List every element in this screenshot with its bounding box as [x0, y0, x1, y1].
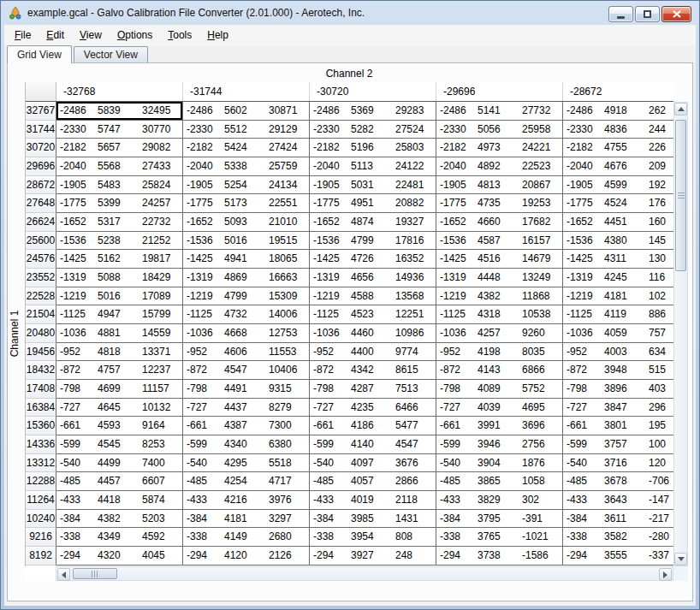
grid-cell[interactable]: -43344185874 — [56, 491, 183, 510]
row-header[interactable]: 12288 — [26, 472, 56, 491]
grid-cell[interactable]: -38443825203 — [56, 510, 183, 529]
grid-cell[interactable]: -72740394695 — [436, 399, 563, 418]
row-header[interactable]: 8192 — [26, 547, 56, 566]
vertical-scrollbar-thumb[interactable] — [675, 120, 686, 271]
grid-cell[interactable]: -54044997400 — [56, 454, 183, 473]
grid-cell[interactable]: -14254311130 — [563, 250, 673, 269]
grid-cell[interactable]: -1536479917816 — [310, 232, 436, 251]
grid-cell[interactable]: -38441813297 — [183, 510, 310, 529]
grid-cell[interactable]: -59943406380 — [183, 435, 310, 454]
grid-cell[interactable]: -66141865477 — [310, 417, 436, 435]
grid-cell[interactable]: -3843795-391 — [436, 510, 563, 529]
grid-cell[interactable]: -54040973676 — [310, 454, 436, 473]
row-header[interactable]: 9216 — [26, 528, 56, 547]
column-header[interactable]: -32768 — [56, 82, 183, 101]
grid-cell[interactable]: -1652487419327 — [310, 213, 436, 232]
menu-item-help[interactable]: Help — [199, 27, 236, 44]
grid-cell[interactable]: -1905481320867 — [436, 176, 563, 195]
grid-cell[interactable]: -872475712237 — [56, 361, 183, 380]
grid-cell[interactable]: -5403716120 — [563, 454, 673, 473]
grid-cell[interactable]: -2943927248 — [310, 547, 436, 566]
grid-cell[interactable]: -952460611553 — [183, 343, 310, 362]
row-header[interactable]: 21504 — [26, 305, 56, 324]
horizontal-scrollbar[interactable] — [56, 566, 673, 581]
grid-cell[interactable]: -1905548325824 — [56, 176, 183, 195]
grid-cell[interactable]: -1319444813249 — [436, 269, 563, 287]
grid-cell[interactable]: -1036466812753 — [183, 324, 310, 343]
grid-cell[interactable]: -29443204045 — [56, 547, 183, 566]
grid-cell[interactable]: -1219438211868 — [436, 287, 563, 306]
row-header[interactable]: 31744 — [26, 121, 56, 139]
row-header[interactable]: 24576 — [26, 250, 56, 269]
grid-cell[interactable]: -1775473519253 — [436, 194, 563, 213]
grid-cell[interactable]: -727464510132 — [56, 399, 183, 418]
grid-cell[interactable]: -1319508818429 — [56, 269, 183, 287]
row-header[interactable]: 26624 — [26, 213, 56, 232]
minimize-button[interactable] — [608, 6, 633, 22]
menu-item-view[interactable]: View — [72, 27, 110, 44]
grid-cell[interactable]: -2943738-1586 — [436, 547, 563, 566]
grid-cell[interactable]: -4333829302 — [436, 491, 563, 510]
grid-cell[interactable]: -3383954808 — [310, 528, 436, 547]
grid-cell[interactable]: -79842877513 — [310, 380, 436, 399]
row-header[interactable]: 11264 — [26, 491, 56, 510]
grid-cell[interactable]: -1536458716157 — [436, 232, 563, 251]
grid-cell[interactable]: -66143877300 — [183, 417, 310, 435]
grid-cell[interactable]: -1125431810538 — [436, 305, 563, 324]
grid-cell[interactable]: -59939462756 — [436, 435, 563, 454]
grid-cell[interactable]: -1536523821252 — [56, 232, 183, 251]
scroll-right-button[interactable] — [659, 568, 672, 581]
grid-cell[interactable]: -2040489222523 — [436, 157, 563, 176]
titlebar[interactable]: example.gcal - Galvo Calibration File Co… — [1, 1, 699, 25]
column-header[interactable]: -31744 — [183, 82, 310, 101]
grid-cell[interactable]: -7273847296 — [563, 399, 673, 418]
grid-cell[interactable]: -3843611-217 — [563, 510, 673, 529]
grid-cell[interactable]: -1775539924257 — [56, 194, 183, 213]
grid-cell[interactable]: -1652466017682 — [436, 213, 563, 232]
row-header[interactable]: 16384 — [26, 399, 56, 418]
grid-cell[interactable]: -33843494592 — [56, 528, 183, 547]
row-header[interactable]: 15360 — [26, 417, 56, 435]
grid-cell[interactable]: -43340192118 — [310, 491, 436, 510]
grid-cell[interactable]: -72744378279 — [183, 399, 310, 418]
grid-cell[interactable]: -2182497324221 — [436, 139, 563, 157]
grid-cell[interactable]: -2943555-337 — [563, 547, 673, 566]
grid-cell[interactable]: -8723948515 — [563, 361, 673, 380]
grid-cell[interactable]: -2182519625803 — [310, 139, 436, 157]
grid-cell[interactable]: -59945458253 — [56, 435, 183, 454]
grid-cell[interactable]: -798469911157 — [56, 380, 183, 399]
grid-cell[interactable]: -43342163976 — [183, 491, 310, 510]
scroll-left-button[interactable] — [57, 568, 70, 581]
grid-cell[interactable]: -54042955518 — [183, 454, 310, 473]
grid-cell[interactable]: -79844919315 — [183, 380, 310, 399]
menu-item-edit[interactable]: Edit — [39, 27, 72, 44]
grid-cell[interactable]: -48538651058 — [436, 472, 563, 491]
grid-cell[interactable]: -3383582-280 — [563, 528, 673, 547]
grid-cell[interactable]: -33841492680 — [183, 528, 310, 547]
grid-cell[interactable]: -10364059757 — [563, 324, 673, 343]
grid-cell[interactable]: -66145939164 — [56, 417, 183, 435]
grid-cell[interactable]: -1536501619515 — [183, 232, 310, 251]
row-header[interactable]: 30720 — [26, 139, 56, 157]
grid-cell[interactable]: -2330574730770 — [56, 121, 183, 139]
horizontal-scrollbar-thumb[interactable] — [73, 568, 117, 579]
grid-cell[interactable]: -4333643-147 — [563, 491, 673, 510]
grid-cell[interactable]: -2486536929283 — [310, 102, 436, 121]
grid-cell[interactable]: -2182565729082 — [56, 139, 183, 157]
grid-cell[interactable]: -79840895752 — [436, 380, 563, 399]
grid-cell[interactable]: -1219501617089 — [56, 287, 183, 306]
grid-cell[interactable]: -87241436866 — [436, 361, 563, 380]
grid-cell[interactable]: -19054599192 — [563, 176, 673, 195]
grid-cell[interactable]: -29441202126 — [183, 547, 310, 566]
maximize-button[interactable] — [635, 6, 660, 22]
grid-cell[interactable]: -1775495120882 — [310, 194, 436, 213]
tab-grid-view[interactable]: Grid View — [7, 45, 72, 63]
grid-cell[interactable]: -2040533825759 — [183, 157, 310, 176]
grid-cell[interactable]: -7983896403 — [563, 380, 673, 399]
tab-vector-view[interactable]: Vector View — [74, 46, 148, 62]
menu-item-tools[interactable]: Tools — [160, 27, 199, 44]
grid-cell[interactable]: -1425494118065 — [183, 250, 310, 269]
grid-cell[interactable]: -20404676209 — [563, 157, 673, 176]
grid-cell[interactable]: -1425472616352 — [310, 250, 436, 269]
grid-cell[interactable]: -16524451160 — [563, 213, 673, 232]
